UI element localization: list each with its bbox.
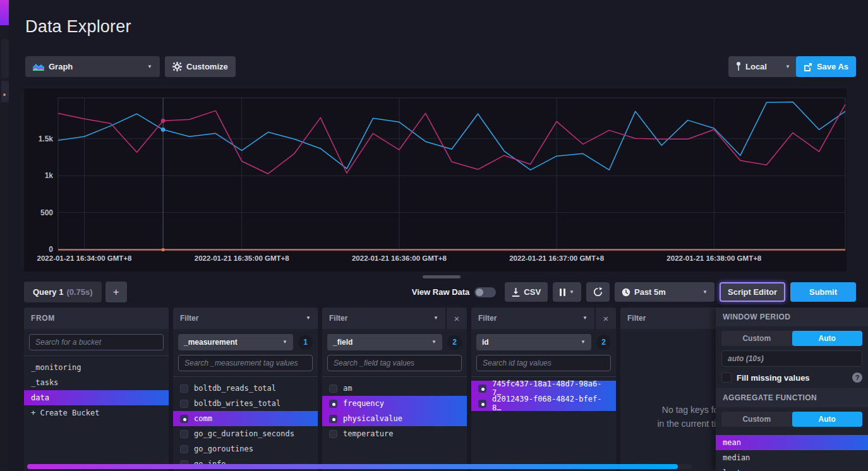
csv-download-button[interactable]: CSV (505, 282, 548, 302)
checkbox[interactable] (180, 445, 188, 453)
graph-type-icon (33, 63, 44, 71)
bucket-item[interactable]: _tasks (24, 375, 169, 390)
tag-value-row[interactable]: physicalvalue (322, 411, 467, 426)
gear-icon (172, 62, 182, 71)
close-filter-button[interactable]: × (445, 307, 467, 329)
nav-rail-item[interactable] (1, 39, 9, 78)
script-editor-button[interactable]: Script Editor (720, 282, 785, 302)
filter-panel: Filter▼_measurement▼1boltdb_reads_totalb… (173, 307, 318, 471)
bucket-label: _monitoring (31, 363, 81, 372)
tag-value-row[interactable]: temperature (322, 426, 467, 441)
function-item[interactable]: mean (716, 435, 868, 450)
from-panel-header: FROM (24, 307, 169, 329)
create-bucket-link[interactable]: + Create Bucket (24, 405, 169, 420)
bucket-label: data (31, 393, 49, 402)
tag-key-dropdown[interactable]: _field▼ (327, 334, 442, 350)
filter-panel-header-row: Filter▼× (322, 307, 467, 329)
view-raw-data-toggle[interactable] (474, 287, 496, 297)
tag-value-label: temperature (343, 429, 393, 438)
window-custom-option[interactable]: Custom (721, 331, 792, 346)
tag-value-label: comm (194, 414, 212, 423)
panel-resize-handle[interactable] (423, 275, 461, 278)
tag-value-row[interactable]: go_gc_duration_seconds (173, 426, 318, 441)
tag-value-label: boltdb_writes_total (194, 399, 280, 408)
save-as-label: Save As (817, 62, 848, 71)
pause-icon (560, 289, 565, 296)
aggregate-auto-option[interactable]: Auto (792, 412, 863, 427)
tag-value-row[interactable]: comm (173, 411, 318, 426)
tag-value-row[interactable]: d2012439-f068-4842-bfef-8… (471, 396, 616, 411)
checkbox[interactable] (180, 385, 188, 393)
add-query-button[interactable]: + (105, 282, 127, 302)
tag-key-dropdown[interactable]: _measurement▼ (178, 334, 293, 350)
tag-value-search-input[interactable] (178, 355, 313, 371)
filter-panel: Filter▼×_field▼2amfrequencyphysicalvalue… (322, 307, 467, 471)
checkbox-dot (332, 418, 335, 421)
y-tick-label: 0 (49, 245, 53, 254)
tag-key-row: id▼2 (476, 334, 611, 350)
tag-value-row[interactable]: boltdb_writes_total (173, 396, 318, 411)
x-tick-label: 2022-01-21 16:36:00 GMT+8 (352, 254, 447, 262)
page-title: Data Explorer (25, 17, 131, 37)
tag-value-row[interactable]: go_goroutines (173, 441, 318, 456)
local-dropdown[interactable]: Local ▼ (728, 56, 798, 77)
nav-rail-item[interactable] (1, 81, 9, 102)
filter-panel-title: Filter (329, 314, 347, 323)
tag-value-row[interactable]: frequency (322, 396, 467, 411)
query-tab[interactable]: Query 1 (0.75s) (24, 282, 102, 302)
submit-button[interactable]: Submit (790, 282, 856, 302)
from-panel: FROM _monitoring_tasksdata+ Create Bucke… (24, 307, 169, 471)
query-duration: (0.75s) (66, 287, 92, 297)
aggregate-custom-option[interactable]: Custom (721, 412, 792, 427)
tag-value-search-input[interactable] (476, 355, 611, 371)
checkbox[interactable] (478, 385, 486, 393)
pause-button[interactable]: ▼ (553, 282, 581, 302)
function-item[interactable]: last (716, 465, 868, 471)
selected-count-badge: 2 (596, 335, 611, 350)
bucket-search-input[interactable] (29, 334, 164, 350)
fill-missing-checkbox[interactable] (721, 373, 732, 383)
tag-value-row[interactable]: boltdb_reads_total (173, 381, 318, 396)
checkbox[interactable] (329, 385, 337, 393)
y-tick-label: 500 (40, 208, 53, 217)
bucket-item[interactable]: data (24, 390, 169, 405)
tag-key-dropdown[interactable]: id▼ (476, 334, 591, 350)
refresh-button[interactable] (586, 282, 610, 302)
aggregate-mode-toggle[interactable]: Custom Auto (721, 412, 862, 427)
window-period-mode-toggle[interactable]: Custom Auto (721, 331, 862, 346)
tag-value-label: physicalvalue (343, 414, 402, 423)
window-period-input[interactable]: auto (10s) (721, 350, 862, 367)
window-auto-option[interactable]: Auto (792, 331, 863, 346)
checkbox[interactable] (180, 415, 188, 423)
customize-button[interactable]: Customize (165, 56, 236, 77)
x-tick-label: 2022-01-21 16:35:00 GMT+8 (195, 254, 290, 262)
checkbox[interactable] (329, 400, 337, 408)
save-as-button[interactable]: Save As (796, 56, 856, 77)
close-filter-button[interactable]: × (594, 307, 616, 329)
time-range-dropdown[interactable]: Past 5m ▼ (615, 282, 714, 302)
filter-panel-header: Filter▼ (471, 307, 594, 329)
checkbox[interactable] (478, 400, 486, 408)
app-logo[interactable] (0, 0, 9, 25)
tag-value-row[interactable]: am (322, 381, 467, 396)
view-type-dropdown[interactable]: Graph ▼ (25, 56, 160, 77)
tag-value-label: frequency (343, 399, 384, 408)
checkbox[interactable] (329, 430, 337, 438)
horizontal-scrollbar-thumb[interactable] (27, 464, 678, 469)
view-raw-data-label: View Raw Data (412, 287, 470, 297)
series-magenta-hover-dot (161, 119, 166, 123)
checkbox[interactable] (180, 430, 188, 438)
checkbox[interactable] (180, 400, 188, 408)
series-orange-hover-dot (162, 248, 165, 251)
export-icon (804, 63, 812, 71)
function-item[interactable]: median (716, 450, 868, 465)
checkbox[interactable] (329, 415, 337, 423)
filter-panel-header: Filter▼ (322, 307, 445, 329)
tag-value-search-input[interactable] (327, 355, 462, 371)
time-series-chart[interactable]: 05001k1.5k2022-01-21 16:34:00 GMT+82022-… (24, 88, 847, 271)
tag-value-row[interactable]: 745fc437-18a1-48d7-98a6-7… (471, 381, 616, 396)
chevron-down-icon: ▼ (147, 64, 152, 69)
bucket-item[interactable]: _monitoring (24, 360, 169, 375)
help-icon[interactable]: ? (852, 373, 862, 383)
y-tick-label: 1k (45, 171, 54, 180)
